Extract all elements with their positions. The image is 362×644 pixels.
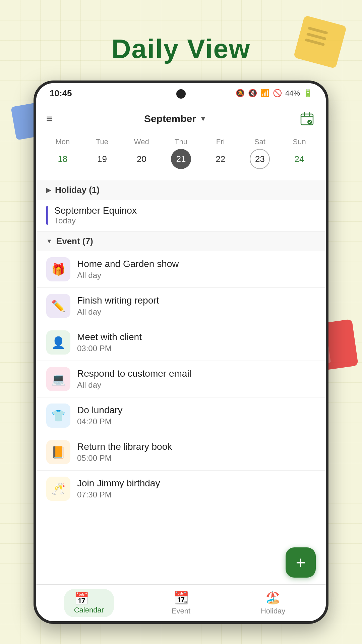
weekday-wed[interactable]: Wed 20 [125, 138, 158, 169]
event-item-laundry[interactable]: 👕 Do lundary 04:20 PM [36, 397, 326, 434]
garden-show-icon-box: 🎁 [46, 257, 70, 281]
jimmy-birthday-icon-box: 🥂 [46, 477, 70, 501]
tue-label: Tue [96, 138, 108, 146]
event-item-customer-email[interactable]: 💻 Respond to customer email All day [36, 361, 326, 397]
gift-icon: 🎁 [51, 263, 65, 276]
laundry-icon-box: 👕 [46, 404, 70, 428]
app-content: ≡ September ▼ Mon 18 [36, 103, 326, 584]
event-item-meet-client[interactable]: 👤 Meet with client 03:00 PM [36, 324, 326, 361]
weekday-mon[interactable]: Mon 18 [46, 138, 79, 169]
event-list: 🎁 Home and Garden show All day ✏️ Finish… [36, 251, 326, 507]
nav-calendar[interactable]: 📅 Calendar [43, 589, 135, 617]
holiday-nav-icon: 🏖️ [265, 591, 281, 605]
champagne-icon: 🥂 [51, 482, 65, 495]
event-item-library-book[interactable]: 📙 Return the library book 05:00 PM [36, 434, 326, 471]
thu-label: Thu [175, 138, 187, 146]
fri-num: 22 [210, 149, 231, 169]
mute-icon: 🔇 [248, 89, 257, 98]
nav-calendar-bg: 📅 Calendar [64, 589, 114, 617]
week-calendar: Mon 18 Tue 19 Wed 20 Thu 21 Fri 22 [36, 134, 326, 180]
event-nav-label: Event [172, 607, 190, 615]
holiday-title: September Equinox [54, 205, 137, 216]
wed-label: Wed [134, 138, 149, 146]
event-item-garden-show[interactable]: 🎁 Home and Garden show All day [36, 251, 326, 288]
weekday-sun[interactable]: Sun 24 [283, 138, 316, 169]
sat-label: Sat [254, 138, 265, 146]
library-book-title: Return the library book [77, 441, 316, 452]
sat-num: 23 [250, 149, 270, 169]
writing-report-text: Finish writing report All day [77, 295, 316, 317]
calendar-settings-icon[interactable] [298, 110, 316, 127]
garden-show-title: Home and Garden show [77, 259, 316, 269]
book-icon: 📙 [51, 445, 65, 459]
nav-holiday[interactable]: 🏖️ Holiday [227, 591, 319, 615]
writing-report-title: Finish writing report [77, 295, 316, 306]
add-event-fab[interactable]: + [286, 547, 316, 578]
holiday-subtitle: Today [54, 216, 137, 225]
event-item-writing-report[interactable]: ✏️ Finish writing report All day [36, 288, 326, 324]
nav-event[interactable]: 📆 Event [135, 591, 227, 615]
edit-icon: ✏️ [51, 299, 65, 313]
holiday-section-label: Holiday (1) [55, 185, 100, 195]
holiday-nav-label: Holiday [261, 607, 285, 615]
jimmy-birthday-time: 07:30 PM [77, 490, 316, 499]
holiday-list: September Equinox Today [36, 200, 326, 231]
event-item-jimmy-birthday[interactable]: 🥂 Join Jimmy birthday 07:30 PM [36, 471, 326, 507]
customer-email-time: All day [77, 380, 316, 390]
app-header: ≡ September ▼ [36, 103, 326, 134]
jimmy-birthday-text: Join Jimmy birthday 07:30 PM [77, 478, 316, 499]
weekday-thu[interactable]: Thu 21 [164, 138, 198, 169]
garden-show-text: Home and Garden show All day [77, 259, 316, 280]
wed-num: 20 [131, 149, 152, 169]
holiday-text: September Equinox Today [54, 205, 137, 225]
mon-num: 18 [53, 149, 73, 169]
tue-num: 19 [92, 149, 112, 169]
customer-email-text: Respond to customer email All day [77, 368, 316, 390]
holiday-section-header[interactable]: ▶ Holiday (1) [36, 180, 326, 200]
weekday-sat[interactable]: Sat 23 [243, 138, 277, 169]
battery-text: 44% [285, 89, 300, 98]
writing-report-time: All day [77, 307, 316, 317]
writing-report-icon-box: ✏️ [46, 294, 70, 318]
event-section-header[interactable]: ▼ Event (7) [36, 231, 326, 251]
camera-notch [176, 89, 186, 99]
laundry-time: 04:20 PM [77, 417, 316, 426]
laptop-icon: 💻 [51, 372, 65, 386]
bottom-nav: 📅 Calendar 📆 Event 🏖️ Holiday [36, 584, 326, 621]
alarm-icon: 🔕 [236, 89, 245, 98]
calendar-nav-icon: 📅 [74, 592, 89, 605]
mon-label: Mon [55, 138, 70, 146]
holiday-item-equinox[interactable]: September Equinox Today [36, 200, 326, 231]
menu-icon[interactable]: ≡ [46, 113, 53, 125]
battery-icon: 🔋 [303, 89, 312, 98]
status-icons: 🔕 🔇 📶 🚫 44% 🔋 [236, 89, 312, 98]
weekday-fri[interactable]: Fri 22 [204, 138, 237, 169]
month-selector[interactable]: September ▼ [144, 113, 207, 124]
holiday-bar [46, 206, 48, 225]
customer-email-icon-box: 💻 [46, 367, 70, 391]
thu-num: 21 [171, 149, 191, 169]
sun-label: Sun [293, 138, 306, 146]
meet-client-title: Meet with client [77, 332, 316, 342]
meet-client-icon-box: 👤 [46, 330, 70, 355]
phone-frame: 10:45 🔕 🔇 📶 🚫 44% 🔋 ≡ September ▼ [34, 80, 328, 624]
jimmy-birthday-title: Join Jimmy birthday [77, 478, 316, 489]
weekday-tue[interactable]: Tue 19 [85, 138, 119, 169]
library-book-text: Return the library book 05:00 PM [77, 441, 316, 463]
fri-label: Fri [216, 138, 225, 146]
customer-email-title: Respond to customer email [77, 368, 316, 379]
garden-show-time: All day [77, 271, 316, 280]
status-time: 10:45 [50, 88, 72, 99]
sun-num: 24 [289, 149, 309, 169]
library-book-time: 05:00 PM [77, 453, 316, 463]
meet-client-text: Meet with client 03:00 PM [77, 332, 316, 353]
meet-client-time: 03:00 PM [77, 344, 316, 353]
tshirt-icon: 👕 [51, 409, 65, 422]
laundry-text: Do lundary 04:20 PM [77, 405, 316, 426]
calendar-nav-label: Calendar [74, 606, 104, 614]
person-settings-icon: 👤 [51, 336, 65, 349]
no-signal-icon: 🚫 [273, 89, 282, 98]
event-arrow: ▼ [46, 238, 52, 245]
month-label: September [144, 113, 196, 124]
library-book-icon-box: 📙 [46, 440, 70, 464]
